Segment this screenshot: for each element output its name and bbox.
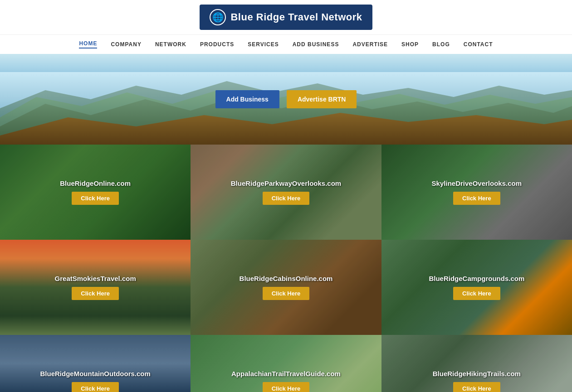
- logo[interactable]: 🌐 Blue Ridge Travel Network: [200, 5, 372, 30]
- nav-add-business[interactable]: ADD BUSINESS: [293, 41, 339, 48]
- cell-click-button[interactable]: Click Here: [263, 382, 310, 392]
- advertise-button[interactable]: Advertise BRTN: [287, 90, 357, 108]
- cell-overlay: BlueRidgeCabinsOnline.com Click Here: [191, 240, 381, 335]
- nav-contact[interactable]: CONTACT: [464, 41, 493, 48]
- cell-click-button[interactable]: Click Here: [263, 192, 310, 205]
- cell-click-button[interactable]: Click Here: [72, 287, 119, 300]
- cell-click-button[interactable]: Click Here: [263, 287, 310, 300]
- cell-title: BlueRidgeOnline.com: [60, 179, 131, 187]
- cell-title: AppalachianTrailTravelGuide.com: [231, 370, 341, 377]
- globe-icon: 🌐: [210, 9, 226, 25]
- cell-overlay: GreatSmokiesTravel.com Click Here: [0, 240, 191, 335]
- cell-click-button[interactable]: Click Here: [72, 382, 119, 392]
- navigation: HOME COMPANY NETWORK PRODUCTS SERVICES A…: [0, 35, 572, 54]
- grid-cell[interactable]: SkylineDriveOverlooks.com Click Here: [381, 145, 572, 240]
- cell-overlay: SkylineDriveOverlooks.com Click Here: [381, 145, 572, 240]
- cell-click-button[interactable]: Click Here: [453, 287, 500, 300]
- grid-cell[interactable]: GreatSmokiesTravel.com Click Here: [0, 240, 191, 335]
- add-business-button[interactable]: Add Business: [215, 90, 279, 108]
- nav-blog[interactable]: BLOG: [432, 41, 450, 48]
- nav-services[interactable]: SERVICES: [248, 41, 279, 48]
- cell-click-button[interactable]: Click Here: [453, 382, 500, 392]
- cell-overlay: BlueRidgeMountainOutdoors.com Click Here: [0, 335, 191, 392]
- cell-title: BlueRidgeCampgrounds.com: [429, 275, 524, 282]
- cell-click-button[interactable]: Click Here: [72, 192, 119, 205]
- cell-title: GreatSmokiesTravel.com: [55, 275, 136, 282]
- grid-cell[interactable]: BlueRidgeHikingTrails.com Click Here: [381, 335, 572, 392]
- cell-overlay: BlueRidgeHikingTrails.com Click Here: [381, 335, 572, 392]
- hero-buttons: Add Business Advertise BRTN: [215, 90, 357, 108]
- hero-banner: Add Business Advertise BRTN: [0, 54, 572, 145]
- logo-text: Blue Ridge Travel Network: [230, 11, 362, 23]
- grid-cell[interactable]: BlueRidgeCampgrounds.com Click Here: [381, 240, 572, 335]
- cell-overlay: AppalachianTrailTravelGuide.com Click He…: [191, 335, 381, 392]
- cell-title: BlueRidgeMountainOutdoors.com: [40, 370, 151, 377]
- nav-shop[interactable]: SHOP: [401, 41, 419, 48]
- cell-title: BlueRidgeParkwayOverlooks.com: [231, 179, 341, 187]
- cell-overlay: BlueRidgeParkwayOverlooks.com Click Here: [191, 145, 381, 240]
- site-grid: BlueRidgeOnline.com Click Here BlueRidge…: [0, 145, 572, 392]
- header: 🌐 Blue Ridge Travel Network: [0, 0, 572, 35]
- cell-title: SkylineDriveOverlooks.com: [432, 179, 522, 187]
- nav-home[interactable]: HOME: [79, 40, 97, 48]
- nav-network[interactable]: NETWORK: [155, 41, 186, 48]
- grid-cell[interactable]: BlueRidgeCabinsOnline.com Click Here: [191, 240, 381, 335]
- grid-cell[interactable]: BlueRidgeParkwayOverlooks.com Click Here: [191, 145, 381, 240]
- cell-title: BlueRidgeHikingTrails.com: [433, 370, 521, 377]
- nav-advertise[interactable]: ADVERTISE: [352, 41, 388, 48]
- grid-cell[interactable]: BlueRidgeOnline.com Click Here: [0, 145, 191, 240]
- cell-title: BlueRidgeCabinsOnline.com: [240, 275, 333, 282]
- nav-company[interactable]: COMPANY: [111, 41, 141, 48]
- cell-overlay: BlueRidgeOnline.com Click Here: [0, 145, 191, 240]
- cell-click-button[interactable]: Click Here: [453, 192, 500, 205]
- nav-products[interactable]: PRODUCTS: [200, 41, 234, 48]
- grid-cell[interactable]: BlueRidgeMountainOutdoors.com Click Here: [0, 335, 191, 392]
- mountain-silhouette: [0, 72, 572, 145]
- cell-overlay: BlueRidgeCampgrounds.com Click Here: [381, 240, 572, 335]
- grid-cell[interactable]: AppalachianTrailTravelGuide.com Click He…: [191, 335, 381, 392]
